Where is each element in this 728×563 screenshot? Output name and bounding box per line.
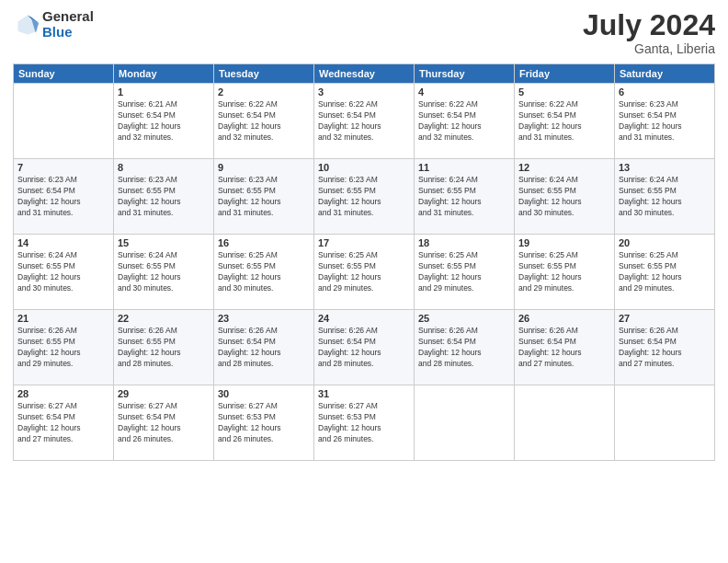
day-info: Sunrise: 6:24 AM Sunset: 6:55 PM Dayligh… <box>118 250 210 294</box>
calendar-cell: 2Sunrise: 6:22 AM Sunset: 6:54 PM Daylig… <box>214 84 314 159</box>
logo-text: General Blue <box>42 9 94 40</box>
day-number: 3 <box>318 86 410 98</box>
day-number: 12 <box>518 162 610 173</box>
calendar-header-row: SundayMondayTuesdayWednesdayThursdayFrid… <box>14 64 715 84</box>
day-number: 27 <box>619 313 711 324</box>
day-info: Sunrise: 6:25 AM Sunset: 6:55 PM Dayligh… <box>218 250 310 294</box>
day-number: 22 <box>118 313 210 324</box>
day-number: 4 <box>418 86 510 98</box>
logo-icon <box>15 12 40 38</box>
calendar-cell: 6Sunrise: 6:23 AM Sunset: 6:54 PM Daylig… <box>615 84 715 159</box>
day-info: Sunrise: 6:25 AM Sunset: 6:55 PM Dayligh… <box>518 250 610 294</box>
calendar-cell: 31Sunrise: 6:27 AM Sunset: 6:53 PM Dayli… <box>314 385 415 461</box>
day-number: 19 <box>518 237 610 248</box>
day-number: 1 <box>118 86 210 98</box>
day-info: Sunrise: 6:22 AM Sunset: 6:54 PM Dayligh… <box>218 99 310 144</box>
day-info: Sunrise: 6:22 AM Sunset: 6:54 PM Dayligh… <box>518 99 610 144</box>
week-row-1: 7Sunrise: 6:23 AM Sunset: 6:54 PM Daylig… <box>14 159 715 235</box>
calendar-cell: 4Sunrise: 6:22 AM Sunset: 6:54 PM Daylig… <box>415 84 515 159</box>
day-number: 2 <box>218 86 310 98</box>
calendar-cell: 14Sunrise: 6:24 AM Sunset: 6:55 PM Dayli… <box>14 235 114 310</box>
page: General Blue July 2024 Ganta, Liberia Su… <box>0 0 728 563</box>
col-header-thursday: Thursday <box>415 64 515 84</box>
logo-blue-text: Blue <box>42 25 94 40</box>
calendar-cell: 3Sunrise: 6:22 AM Sunset: 6:54 PM Daylig… <box>314 84 415 159</box>
day-number: 15 <box>118 237 210 248</box>
day-info: Sunrise: 6:26 AM Sunset: 6:55 PM Dayligh… <box>17 326 109 370</box>
week-row-2: 14Sunrise: 6:24 AM Sunset: 6:55 PM Dayli… <box>14 235 715 310</box>
location: Ganta, Liberia <box>583 41 715 56</box>
calendar-cell: 22Sunrise: 6:26 AM Sunset: 6:55 PM Dayli… <box>114 310 214 385</box>
day-info: Sunrise: 6:26 AM Sunset: 6:54 PM Dayligh… <box>218 326 310 370</box>
calendar-cell: 28Sunrise: 6:27 AM Sunset: 6:54 PM Dayli… <box>14 385 114 461</box>
day-number: 8 <box>118 162 210 173</box>
col-header-saturday: Saturday <box>615 64 715 84</box>
day-number: 28 <box>17 388 109 399</box>
day-number: 23 <box>218 313 310 324</box>
calendar-cell: 12Sunrise: 6:24 AM Sunset: 6:55 PM Dayli… <box>515 159 615 235</box>
calendar-cell: 11Sunrise: 6:24 AM Sunset: 6:55 PM Dayli… <box>415 159 515 235</box>
calendar-cell: 21Sunrise: 6:26 AM Sunset: 6:55 PM Dayli… <box>14 310 114 385</box>
day-info: Sunrise: 6:26 AM Sunset: 6:55 PM Dayligh… <box>118 326 210 370</box>
calendar-cell: 16Sunrise: 6:25 AM Sunset: 6:55 PM Dayli… <box>214 235 314 310</box>
logo: General Blue <box>13 9 94 40</box>
day-number: 26 <box>518 313 610 324</box>
day-number: 29 <box>118 388 210 399</box>
day-number: 21 <box>17 313 109 324</box>
day-info: Sunrise: 6:23 AM Sunset: 6:54 PM Dayligh… <box>17 175 109 219</box>
col-header-sunday: Sunday <box>14 64 114 84</box>
day-number: 6 <box>619 86 711 98</box>
day-number: 31 <box>318 388 410 399</box>
day-number: 18 <box>418 237 510 248</box>
day-info: Sunrise: 6:22 AM Sunset: 6:54 PM Dayligh… <box>318 99 410 144</box>
day-info: Sunrise: 6:26 AM Sunset: 6:54 PM Dayligh… <box>318 326 410 370</box>
calendar-cell: 29Sunrise: 6:27 AM Sunset: 6:54 PM Dayli… <box>114 385 214 461</box>
day-number: 5 <box>518 86 610 98</box>
day-number: 13 <box>619 162 711 173</box>
day-info: Sunrise: 6:25 AM Sunset: 6:55 PM Dayligh… <box>619 250 711 294</box>
calendar-cell: 26Sunrise: 6:26 AM Sunset: 6:54 PM Dayli… <box>515 310 615 385</box>
col-header-wednesday: Wednesday <box>314 64 415 84</box>
header: General Blue July 2024 Ganta, Liberia <box>13 9 715 56</box>
calendar-cell: 25Sunrise: 6:26 AM Sunset: 6:54 PM Dayli… <box>415 310 515 385</box>
calendar-cell: 8Sunrise: 6:23 AM Sunset: 6:55 PM Daylig… <box>114 159 214 235</box>
day-info: Sunrise: 6:26 AM Sunset: 6:54 PM Dayligh… <box>619 326 711 370</box>
calendar-table: SundayMondayTuesdayWednesdayThursdayFrid… <box>13 63 715 461</box>
day-number: 9 <box>218 162 310 173</box>
day-info: Sunrise: 6:26 AM Sunset: 6:54 PM Dayligh… <box>518 326 610 370</box>
day-info: Sunrise: 6:26 AM Sunset: 6:54 PM Dayligh… <box>418 326 510 370</box>
calendar-cell: 13Sunrise: 6:24 AM Sunset: 6:55 PM Dayli… <box>615 159 715 235</box>
week-row-3: 21Sunrise: 6:26 AM Sunset: 6:55 PM Dayli… <box>14 310 715 385</box>
title-section: July 2024 Ganta, Liberia <box>583 9 715 56</box>
day-number: 11 <box>418 162 510 173</box>
day-info: Sunrise: 6:21 AM Sunset: 6:54 PM Dayligh… <box>118 99 210 144</box>
day-info: Sunrise: 6:25 AM Sunset: 6:55 PM Dayligh… <box>418 250 510 294</box>
day-info: Sunrise: 6:23 AM Sunset: 6:55 PM Dayligh… <box>118 175 210 219</box>
calendar-cell <box>515 385 615 461</box>
day-info: Sunrise: 6:24 AM Sunset: 6:55 PM Dayligh… <box>17 250 109 294</box>
calendar-cell: 24Sunrise: 6:26 AM Sunset: 6:54 PM Dayli… <box>314 310 415 385</box>
day-info: Sunrise: 6:24 AM Sunset: 6:55 PM Dayligh… <box>418 175 510 219</box>
calendar-cell <box>415 385 515 461</box>
calendar-cell: 7Sunrise: 6:23 AM Sunset: 6:54 PM Daylig… <box>14 159 114 235</box>
calendar-cell: 20Sunrise: 6:25 AM Sunset: 6:55 PM Dayli… <box>615 235 715 310</box>
col-header-tuesday: Tuesday <box>214 64 314 84</box>
day-info: Sunrise: 6:24 AM Sunset: 6:55 PM Dayligh… <box>619 175 711 219</box>
day-number: 16 <box>218 237 310 248</box>
calendar-cell: 18Sunrise: 6:25 AM Sunset: 6:55 PM Dayli… <box>415 235 515 310</box>
col-header-monday: Monday <box>114 64 214 84</box>
day-info: Sunrise: 6:22 AM Sunset: 6:54 PM Dayligh… <box>418 99 510 144</box>
calendar-cell: 23Sunrise: 6:26 AM Sunset: 6:54 PM Dayli… <box>214 310 314 385</box>
day-number: 25 <box>418 313 510 324</box>
day-info: Sunrise: 6:24 AM Sunset: 6:55 PM Dayligh… <box>518 175 610 219</box>
calendar-cell: 15Sunrise: 6:24 AM Sunset: 6:55 PM Dayli… <box>114 235 214 310</box>
calendar-cell: 17Sunrise: 6:25 AM Sunset: 6:55 PM Dayli… <box>314 235 415 310</box>
day-info: Sunrise: 6:27 AM Sunset: 6:53 PM Dayligh… <box>218 401 310 445</box>
calendar-cell: 30Sunrise: 6:27 AM Sunset: 6:53 PM Dayli… <box>214 385 314 461</box>
day-number: 30 <box>218 388 310 399</box>
day-info: Sunrise: 6:27 AM Sunset: 6:53 PM Dayligh… <box>318 401 410 445</box>
month-title: July 2024 <box>583 9 715 41</box>
col-header-friday: Friday <box>515 64 615 84</box>
day-info: Sunrise: 6:23 AM Sunset: 6:54 PM Dayligh… <box>619 99 711 144</box>
day-info: Sunrise: 6:23 AM Sunset: 6:55 PM Dayligh… <box>218 175 310 219</box>
